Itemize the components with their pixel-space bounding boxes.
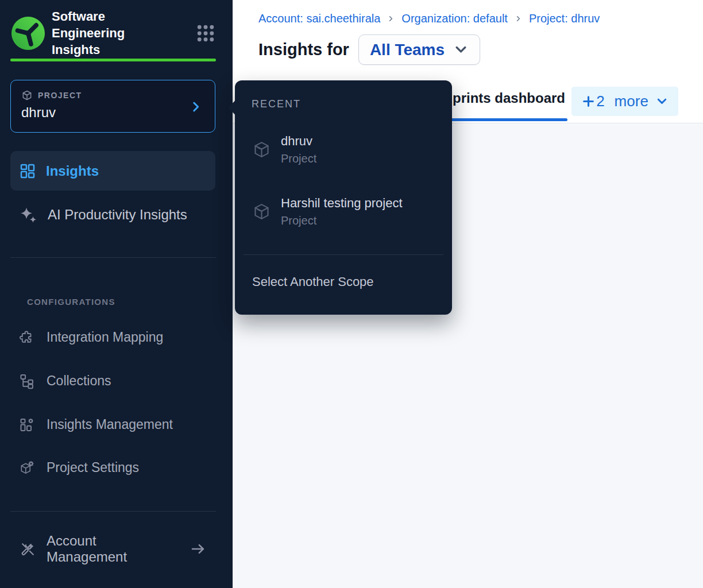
arrow-right-icon	[190, 540, 207, 558]
scope-item-title: dhruv	[281, 134, 316, 149]
more-tabs-dropdown[interactable]: 2 more	[571, 87, 678, 116]
sidebar-item-label: Account Management	[47, 533, 177, 565]
sidebar-item-insights-management[interactable]: Insights Management	[10, 412, 215, 438]
dashboard-gear-icon	[19, 417, 35, 433]
plus-icon	[581, 94, 596, 109]
cube-icon	[252, 202, 271, 221]
sidebar-item-label: AI Productivity Insights	[48, 207, 187, 223]
chevron-down-icon	[655, 95, 669, 108]
chevron-right-icon	[190, 100, 202, 113]
team-selector-dropdown[interactable]: All Teams	[358, 34, 480, 65]
breadcrumb: Account: sai.cheethirala Organization: d…	[258, 12, 600, 25]
chevron-down-icon	[453, 42, 469, 57]
sidebar-item-label: Insights	[46, 163, 99, 179]
sidebar-item-label: Project Settings	[47, 460, 139, 475]
sparkles-icon	[19, 206, 38, 225]
configurations-heading: CONFIGURATIONS	[27, 297, 115, 307]
brand-accent-line	[10, 59, 216, 61]
scope-item-subtitle: Project	[281, 152, 316, 165]
more-tabs-count: 2	[596, 92, 604, 110]
sidebar-item-account-management[interactable]: Account Management	[10, 536, 215, 562]
app-title: Software Engineering Insights	[52, 8, 145, 58]
sidebar-divider	[10, 257, 216, 258]
recent-heading: RECENT	[252, 98, 301, 110]
sidebar-item-label: Insights Management	[47, 417, 173, 432]
scope-item-title: Harshil testing project	[281, 196, 403, 211]
scope-item-dhruv[interactable]: dhruv Project	[252, 134, 441, 165]
sidebar-item-ai-productivity-insights[interactable]: AI Productivity Insights	[10, 199, 215, 230]
project-card-label: PROJECT	[38, 91, 82, 100]
sidebar: Software Engineering Insights PROJECT dh…	[0, 0, 233, 588]
breadcrumb-separator-icon	[514, 14, 523, 23]
page-title: Insights for	[258, 40, 349, 59]
sidebar-divider	[10, 511, 216, 512]
team-selector-value: All Teams	[370, 41, 445, 59]
cube-icon	[21, 90, 33, 101]
cube-icon	[252, 140, 271, 159]
apps-grid-icon[interactable]	[195, 23, 216, 44]
more-tabs-label: more	[615, 92, 648, 110]
brand-header: Software Engineering Insights	[10, 8, 216, 58]
puzzle-icon	[19, 330, 35, 346]
sidebar-item-label: Integration Mapping	[47, 330, 163, 345]
breadcrumb-organization-link[interactable]: Organization: default	[401, 12, 508, 25]
project-card-header: PROJECT	[21, 90, 204, 101]
sidebar-item-collections[interactable]: Collections	[10, 368, 215, 394]
breadcrumb-separator-icon	[387, 14, 395, 23]
dashboard-icon	[19, 163, 36, 180]
breadcrumb-account-link[interactable]: Account: sai.cheethirala	[258, 12, 380, 25]
project-scope-card[interactable]: PROJECT dhruv	[10, 80, 215, 133]
breadcrumb-project-link[interactable]: Project: dhruv	[529, 12, 600, 25]
app-logo-icon	[10, 16, 46, 51]
tab-sprints-dashboard[interactable]: prints dashboard	[453, 90, 565, 106]
sidebar-item-insights[interactable]: Insights	[10, 151, 215, 191]
scope-dropdown-panel: RECENT dhruv Project Harshil testing pro…	[235, 80, 452, 315]
dropdown-divider	[244, 254, 443, 255]
tools-icon	[19, 540, 37, 558]
heading-row: Insights for All Teams	[258, 34, 480, 65]
hierarchy-icon	[19, 373, 35, 389]
sidebar-item-label: Collections	[47, 373, 111, 389]
sidebar-item-integration-mapping[interactable]: Integration Mapping	[10, 324, 215, 350]
select-another-scope-button[interactable]: Select Another Scope	[252, 274, 374, 289]
scope-item-subtitle: Project	[281, 214, 403, 227]
scope-item-harshil-testing-project[interactable]: Harshil testing project Project	[252, 196, 441, 227]
cube-gear-icon	[19, 460, 35, 476]
project-card-name: dhruv	[21, 105, 204, 121]
sidebar-item-project-settings[interactable]: Project Settings	[10, 455, 215, 481]
